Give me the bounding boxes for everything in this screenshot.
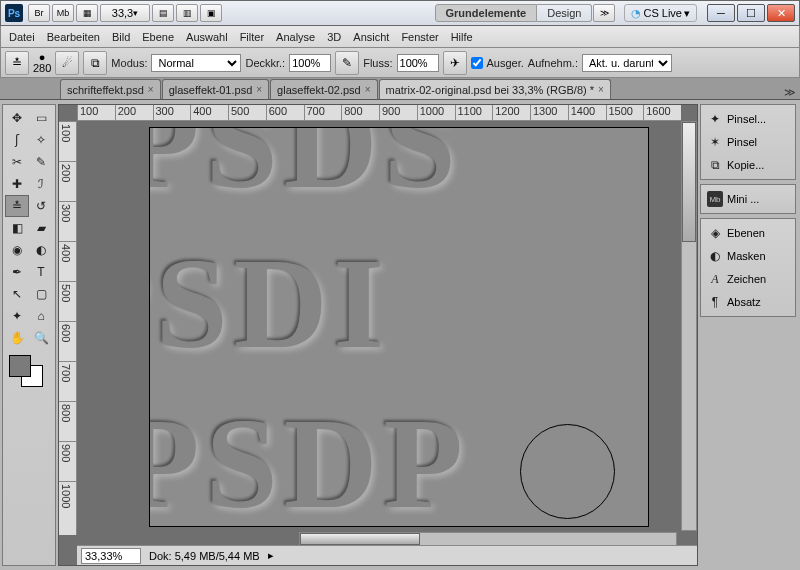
crop-tool[interactable]: ✂	[5, 151, 29, 173]
tab-glaseffekt-01[interactable]: glaseffekt-01.psd×	[162, 79, 269, 99]
ausger-checkbox[interactable]	[471, 57, 483, 69]
blur-tool[interactable]: ◉	[5, 239, 29, 261]
stamp-tool[interactable]: ≛	[5, 195, 29, 217]
workspace-active[interactable]: Grundelemente	[435, 4, 538, 22]
tab-label: schrifteffekt.psd	[67, 84, 144, 96]
menu-3d[interactable]: 3D	[327, 31, 341, 43]
canvas-text-row1: PSDS	[149, 127, 462, 218]
tab-schrifteffekt[interactable]: schrifteffekt.psd×	[60, 79, 161, 99]
bridge-button[interactable]: Br	[28, 4, 50, 22]
menu-datei[interactable]: Datei	[9, 31, 35, 43]
scrollbar-horizontal[interactable]	[299, 532, 677, 546]
cslive-label: CS Live	[643, 7, 682, 19]
menu-hilfe[interactable]: Hilfe	[451, 31, 473, 43]
shape-tool[interactable]: ▢	[29, 283, 53, 305]
status-menu-arrow[interactable]: ▸	[268, 549, 274, 562]
hand-tool[interactable]: ✋	[5, 327, 29, 349]
panel-zeichen[interactable]: AZeichen	[703, 268, 793, 290]
brush-cursor	[520, 424, 615, 519]
color-swatches[interactable]	[5, 355, 53, 391]
aufnehm-select[interactable]: Akt. u. darunter	[582, 54, 672, 72]
gradient-tool[interactable]: ▰	[29, 217, 53, 239]
screen-mode-button[interactable]: ▣	[200, 4, 222, 22]
3d-camera-tool[interactable]: ⌂	[29, 305, 53, 327]
tab-glaseffekt-02[interactable]: glaseffekt-02.psd×	[270, 79, 377, 99]
close-icon[interactable]: ×	[598, 84, 604, 95]
menu-auswahl[interactable]: Auswahl	[186, 31, 228, 43]
eyedropper-tool[interactable]: ✎	[29, 151, 53, 173]
layers-icon: ◈	[707, 225, 723, 241]
panel-label: Zeichen	[727, 273, 766, 285]
tool-preset-button[interactable]: ≛	[5, 51, 29, 75]
window-close-button[interactable]: ✕	[767, 4, 795, 22]
panel-absatz[interactable]: ¶Absatz	[703, 291, 793, 313]
cslive-button[interactable]: ◔ CS Live ▾	[624, 4, 697, 22]
brush-tool[interactable]: ℐ	[29, 173, 53, 195]
ruler-horizontal[interactable]: 1002003004005006007008009001000110012001…	[77, 105, 681, 121]
panel-kopie[interactable]: ⧉Kopie...	[703, 154, 793, 176]
airbrush-button[interactable]: ✈	[443, 51, 467, 75]
scrollbar-thumb[interactable]	[682, 122, 696, 242]
menu-analyse[interactable]: Analyse	[276, 31, 315, 43]
status-dok: Dok: 5,49 MB/5,44 MB	[149, 550, 260, 562]
view-extras-button[interactable]: ▦	[76, 4, 98, 22]
brush-panel-button[interactable]: ☄	[55, 51, 79, 75]
zoom-level-dropdown[interactable]: 33,3 ▾	[100, 4, 150, 22]
panel-masken[interactable]: ◐Masken	[703, 245, 793, 267]
opacity-pressure-button[interactable]: ✎	[335, 51, 359, 75]
path-select-tool[interactable]: ↖	[5, 283, 29, 305]
zoom-tool[interactable]: 🔍	[29, 327, 53, 349]
right-panel-dock: ✦Pinsel... ✶Pinsel ⧉Kopie... MbMini ... …	[700, 104, 796, 566]
panel-ebenen[interactable]: ◈Ebenen	[703, 222, 793, 244]
canvas[interactable]: PSDS PSDI PSDP	[149, 127, 649, 527]
marquee-tool[interactable]: ▭	[29, 107, 53, 129]
menu-ansicht[interactable]: Ansicht	[353, 31, 389, 43]
deckk-input[interactable]	[289, 54, 331, 72]
view-guides-button[interactable]: ▥	[176, 4, 198, 22]
tab-overflow-button[interactable]: ≫	[780, 86, 800, 99]
workspace-more-button[interactable]: ≫	[593, 4, 615, 22]
menu-ebene[interactable]: Ebene	[142, 31, 174, 43]
modus-label: Modus:	[111, 57, 147, 69]
scrollbar-thumb[interactable]	[300, 533, 420, 545]
heal-tool[interactable]: ✚	[5, 173, 29, 195]
pen-tool[interactable]: ✒	[5, 261, 29, 283]
lasso-tool[interactable]: ʃ	[5, 129, 29, 151]
clone-panel-button[interactable]: ⧉	[83, 51, 107, 75]
ruler-vertical[interactable]: 1002003004005006007008009001000	[59, 121, 77, 535]
brush-picker[interactable]: ● 280	[33, 53, 51, 73]
eraser-tool[interactable]: ◧	[5, 217, 29, 239]
type-tool[interactable]: T	[29, 261, 53, 283]
workspace-design[interactable]: Design	[537, 4, 592, 22]
history-brush-tool[interactable]: ↺	[29, 195, 53, 217]
zoom-level-value: 33,3	[112, 7, 133, 19]
panel-pinsel-vorgaben[interactable]: ✦Pinsel...	[703, 108, 793, 130]
canvas-viewport: 1002003004005006007008009001000110012001…	[58, 104, 698, 566]
ausger-label: Ausger.	[487, 57, 524, 69]
fluss-input[interactable]	[397, 54, 439, 72]
panel-pinsel[interactable]: ✶Pinsel	[703, 131, 793, 153]
scrollbar-vertical[interactable]	[681, 121, 697, 531]
foreground-color-swatch[interactable]	[9, 355, 31, 377]
panel-label: Pinsel	[727, 136, 757, 148]
3d-tool[interactable]: ✦	[5, 305, 29, 327]
menu-bar: Datei Bearbeiten Bild Ebene Auswahl Filt…	[0, 26, 800, 48]
magic-wand-tool[interactable]: ✧	[29, 129, 53, 151]
status-zoom[interactable]: 33,33%	[81, 548, 141, 564]
move-tool[interactable]: ✥	[5, 107, 29, 129]
panel-minibridge[interactable]: MbMini ...	[703, 188, 793, 210]
close-icon[interactable]: ×	[365, 84, 371, 95]
menu-bild[interactable]: Bild	[112, 31, 130, 43]
window-minimize-button[interactable]: ─	[707, 4, 735, 22]
window-maximize-button[interactable]: ☐	[737, 4, 765, 22]
menu-fenster[interactable]: Fenster	[401, 31, 438, 43]
menu-bearbeiten[interactable]: Bearbeiten	[47, 31, 100, 43]
menu-filter[interactable]: Filter	[240, 31, 264, 43]
minibridge-button[interactable]: Mb	[52, 4, 74, 22]
modus-select[interactable]: Normal	[151, 54, 241, 72]
dodge-tool[interactable]: ◐	[29, 239, 53, 261]
view-grid-button[interactable]: ▤	[152, 4, 174, 22]
close-icon[interactable]: ×	[148, 84, 154, 95]
tab-matrix-02[interactable]: matrix-02-original.psd bei 33,3% (RGB/8)…	[379, 79, 611, 99]
close-icon[interactable]: ×	[256, 84, 262, 95]
